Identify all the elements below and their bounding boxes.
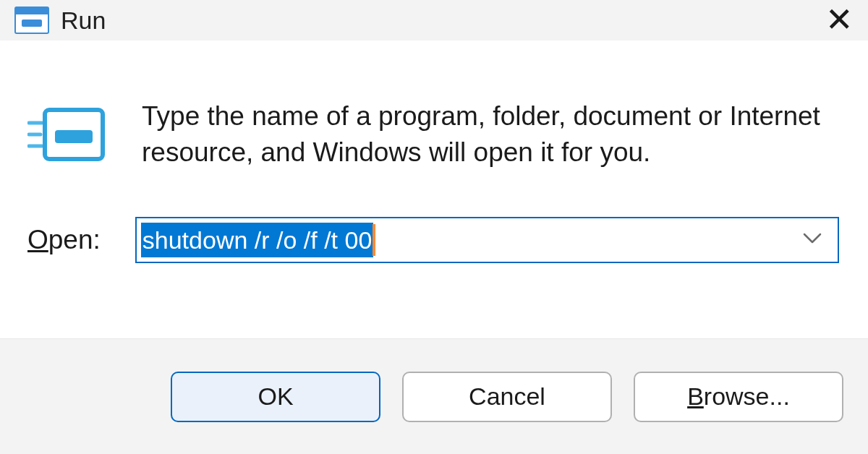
run-icon bbox=[27, 103, 107, 168]
ok-button[interactable]: OK bbox=[171, 372, 380, 422]
svg-rect-4 bbox=[55, 130, 93, 143]
run-title-icon bbox=[14, 7, 49, 34]
open-label-hotkey: O bbox=[27, 225, 48, 254]
run-dialog: Run ✕ Type the name of a program, folder… bbox=[0, 0, 868, 454]
open-label-rest: pen: bbox=[48, 225, 101, 254]
ok-button-label: OK bbox=[258, 382, 293, 411]
cancel-button-label: Cancel bbox=[469, 382, 545, 411]
open-label: Open: bbox=[27, 225, 101, 255]
svg-rect-2 bbox=[22, 20, 42, 27]
command-input[interactable]: shutdown /r /o /f /t 00 bbox=[141, 223, 374, 258]
browse-button[interactable]: Browse... bbox=[634, 372, 843, 422]
window-title: Run bbox=[61, 7, 106, 35]
dialog-body: Type the name of a program, folder, docu… bbox=[0, 40, 868, 338]
command-combobox[interactable]: shutdown /r /o /f /t 00 bbox=[135, 217, 839, 263]
close-icon[interactable]: ✕ bbox=[825, 3, 854, 36]
svg-rect-1 bbox=[15, 7, 48, 14]
title-bar[interactable]: Run ✕ bbox=[0, 0, 868, 40]
instruction-row: Type the name of a program, folder, docu… bbox=[29, 98, 839, 171]
cancel-button[interactable]: Cancel bbox=[402, 372, 612, 422]
chevron-down-icon[interactable] bbox=[803, 233, 822, 247]
open-row: Open: shutdown /r /o /f /t 00 bbox=[29, 217, 839, 263]
instruction-text: Type the name of a program, folder, docu… bbox=[142, 98, 822, 171]
browse-button-label: Browse... bbox=[687, 382, 790, 411]
button-row: OK Cancel Browse... bbox=[0, 338, 868, 454]
